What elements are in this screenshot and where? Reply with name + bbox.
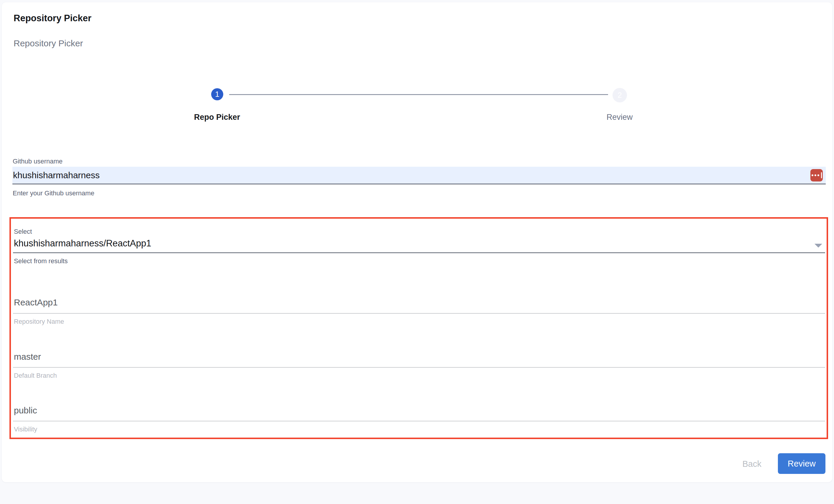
autofill-icon-dot	[817, 175, 819, 176]
repository-select-underline	[13, 252, 825, 253]
page-subtitle: Repository Picker	[14, 38, 83, 48]
autofill-icon-dot	[812, 175, 813, 176]
stepper-step-2-label: Review	[575, 113, 664, 122]
repository-select-label: Select	[14, 228, 32, 235]
default-branch-value[interactable]: master	[14, 352, 41, 362]
autofill-icon-bar	[821, 172, 822, 178]
repository-select-value[interactable]: khushisharmaharness/ReactApp1	[14, 238, 151, 249]
stepper-step-1-circle[interactable]: 1	[211, 88, 223, 100]
github-username-helper: Enter your Github username	[13, 189, 94, 197]
stepper-step-2-circle[interactable]: 2	[613, 88, 627, 102]
visibility-label: Visibility	[14, 426, 37, 433]
visibility-underline	[13, 421, 825, 421]
page-title: Repository Picker	[14, 13, 91, 24]
github-username-label: Github username	[13, 158, 63, 165]
default-branch-underline	[13, 367, 825, 368]
stepper-connector-line	[229, 94, 608, 95]
stepper-step-1-label: Repo Picker	[173, 113, 261, 122]
autofill-icon-dot	[814, 175, 816, 176]
back-button[interactable]: Back	[731, 458, 773, 470]
stepper-step-2-number: 2	[617, 91, 622, 100]
default-branch-label: Default Branch	[14, 372, 57, 380]
repository-name-label: Repository Name	[14, 318, 64, 325]
stepper-step-1-number: 1	[215, 90, 219, 99]
visibility-value[interactable]: public	[14, 406, 37, 415]
repository-picker-card: Repository Picker Repository Picker 1 2 …	[2, 2, 832, 482]
repository-select-helper: Select from results	[14, 257, 68, 265]
github-username-input[interactable]	[13, 167, 826, 184]
review-button[interactable]: Review	[778, 453, 826, 474]
repository-name-underline	[13, 313, 825, 314]
chevron-down-icon[interactable]	[814, 244, 822, 248]
repository-name-value[interactable]: ReactApp1	[14, 297, 58, 307]
password-manager-autofill-icon[interactable]	[810, 169, 823, 182]
github-username-field	[13, 167, 826, 184]
